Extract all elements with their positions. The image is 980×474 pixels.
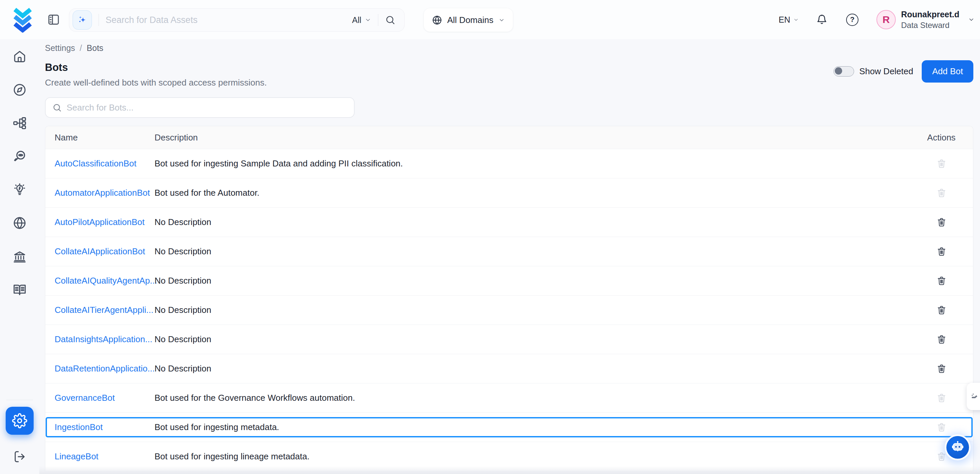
sidebar-item-logout[interactable] xyxy=(6,443,33,471)
sidebar-item-insights[interactable] xyxy=(6,176,33,204)
domains-globe-icon xyxy=(13,216,27,230)
bot-name-link[interactable]: DataInsightsApplication... xyxy=(55,334,152,344)
delete-bot-button[interactable] xyxy=(934,215,949,229)
delete-bot-button[interactable] xyxy=(934,303,949,317)
help-button[interactable]: ? xyxy=(846,14,859,26)
sidebar-item-domains[interactable] xyxy=(6,209,33,237)
chat-bot-button[interactable] xyxy=(947,436,969,459)
bot-name-link[interactable]: GovernanceBot xyxy=(55,393,115,403)
bot-description: No Description xyxy=(154,247,910,257)
chevron-down-icon[interactable] xyxy=(968,16,975,23)
trash-icon xyxy=(936,451,947,462)
trash-icon xyxy=(936,393,947,403)
bots-search-input[interactable] xyxy=(67,103,354,113)
lineage-network-icon xyxy=(13,116,27,130)
add-bot-button[interactable]: Add Bot xyxy=(922,60,973,83)
search-icon[interactable] xyxy=(385,14,396,25)
table-row: LineageBotBot used for ingesting lineage… xyxy=(45,442,973,471)
glossary-book-icon xyxy=(13,283,27,297)
show-deleted-label: Show Deleted xyxy=(859,66,913,76)
left-sidebar xyxy=(0,39,39,474)
bot-description: Bot used for ingesting Sample Data and a… xyxy=(154,158,910,169)
bot-description: No Description xyxy=(154,275,910,286)
bot-name-link[interactable]: CollateAITierAgentAppli... xyxy=(55,305,154,315)
sidebar-item-explore[interactable] xyxy=(6,76,33,104)
sidebar-item-lineage[interactable] xyxy=(6,109,33,137)
sidebar-item-governance[interactable] xyxy=(6,242,33,270)
trash-icon xyxy=(936,158,947,169)
user-role: Data Steward xyxy=(901,21,959,30)
delete-bot-button xyxy=(934,391,949,405)
bot-name-link[interactable]: CollateAIQualityAgentAp... xyxy=(55,275,157,286)
table-row: AutomatorApplicationBotBot used for the … xyxy=(45,178,973,208)
domains-filter-button[interactable]: All Domains xyxy=(424,8,513,32)
bot-name-link[interactable]: CollateAIApplicationBot xyxy=(55,247,145,256)
trash-icon xyxy=(936,275,947,286)
column-header-description: Description xyxy=(154,132,910,143)
sidebar-item-settings[interactable] xyxy=(6,407,33,435)
table-row: IngestionBotBot used for ingesting metad… xyxy=(45,413,973,442)
table-row: AutoPilotApplicationBotNo Description xyxy=(45,208,973,237)
delete-bot-button[interactable] xyxy=(934,361,949,376)
sidebar-toggle-icon[interactable] xyxy=(47,13,60,26)
bot-name-link[interactable]: AutoPilotApplicationBot xyxy=(55,217,145,227)
trash-icon xyxy=(936,217,947,227)
bot-name-link[interactable]: AutoClassificationBot xyxy=(55,158,137,169)
language-label: EN xyxy=(778,15,790,25)
trash-icon xyxy=(936,422,947,433)
bot-name-link[interactable]: DataRetentionApplicatio... xyxy=(55,364,155,374)
user-name: Rounakpreet.d xyxy=(901,10,959,19)
insights-lightbulb-icon xyxy=(13,183,27,197)
search-input[interactable] xyxy=(105,15,352,25)
show-deleted-toggle[interactable] xyxy=(834,66,854,76)
collapsed-widget-tab[interactable] xyxy=(967,383,980,410)
global-search-bar[interactable]: All xyxy=(69,8,404,32)
app-header: All All Domains EN xyxy=(0,0,980,39)
header-right: EN ? R Rounakpreet.d Data Steward xyxy=(778,0,975,39)
divider xyxy=(6,400,33,400)
page-header: Bots Create well-defined bots with scope… xyxy=(45,62,973,88)
avatar[interactable]: R xyxy=(877,10,896,29)
table-row: AutoClassificationBotBot used for ingest… xyxy=(45,149,973,178)
toggle-knob xyxy=(835,67,842,75)
bot-name-link[interactable]: LineageBot xyxy=(55,451,99,461)
trash-icon xyxy=(936,334,947,345)
delete-bot-button xyxy=(934,420,949,434)
collate-logo[interactable] xyxy=(11,7,35,33)
bot-name-link[interactable]: IngestionBot xyxy=(55,422,103,432)
sidebar-item-glossary[interactable] xyxy=(6,275,33,304)
sidebar-item-observability[interactable] xyxy=(6,142,33,170)
trash-icon xyxy=(936,305,947,315)
collapsed-widget-icon xyxy=(969,391,979,401)
search-scope-select[interactable]: All xyxy=(352,15,371,25)
delete-bot-button[interactable] xyxy=(934,274,949,288)
ai-sparkle-icon[interactable] xyxy=(73,10,92,30)
bot-name-link[interactable]: AutomatorApplicationBot xyxy=(55,188,150,198)
globe-icon xyxy=(432,15,442,25)
chevron-down-icon xyxy=(793,17,799,23)
language-select[interactable]: EN xyxy=(778,15,799,25)
delete-bot-button xyxy=(934,186,949,200)
table-row: CollateAIQualityAgentAp...No Description xyxy=(45,266,973,296)
home-icon xyxy=(13,49,27,64)
delete-bot-button[interactable] xyxy=(934,244,949,259)
main-content: Settings / Bots Bots Create well-defined… xyxy=(45,39,973,471)
notifications-bell-icon[interactable] xyxy=(816,14,827,25)
divider xyxy=(378,14,378,26)
explore-compass-icon xyxy=(13,83,27,97)
breadcrumb: Settings / Bots xyxy=(45,43,973,53)
sidebar-item-home[interactable] xyxy=(6,43,33,71)
bots-search-box[interactable] xyxy=(45,97,355,118)
table-row: GovernanceBotBot used for the Governance… xyxy=(45,383,973,413)
question-mark-icon: ? xyxy=(850,15,854,24)
trash-icon xyxy=(936,364,947,374)
user-menu[interactable]: Rounakpreet.d Data Steward xyxy=(901,10,959,30)
divider xyxy=(99,14,99,26)
table-row: CollateAIApplicationBotNo Description xyxy=(45,237,973,266)
delete-bot-button xyxy=(934,156,949,171)
delete-bot-button[interactable] xyxy=(934,332,949,347)
search-icon xyxy=(52,103,62,113)
robot-chat-icon xyxy=(950,440,965,455)
breadcrumb-settings[interactable]: Settings xyxy=(45,43,75,53)
table-row: DataInsightsApplication...No Description xyxy=(45,325,973,354)
